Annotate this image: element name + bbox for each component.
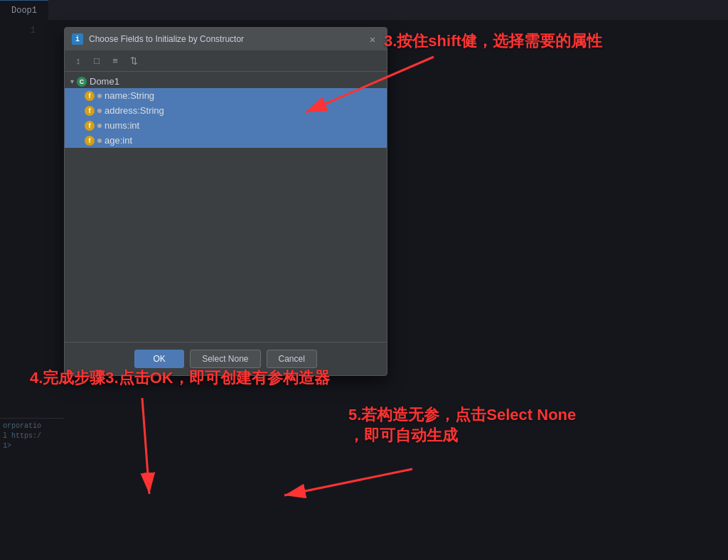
field-name-nums: nums:int [105, 120, 139, 131]
select-none-button[interactable]: Select None [190, 350, 260, 368]
cancel-button[interactable]: Cancel [267, 350, 317, 368]
field-dot-address [97, 109, 102, 113]
annotation-step3: 3.按住shift健，选择需要的属性 [384, 31, 602, 52]
checkbox-button[interactable]: □ [89, 53, 105, 69]
tree-root-node[interactable]: ▾ C Dome1 [65, 75, 387, 88]
tree-item-name[interactable]: f name:String [65, 88, 387, 103]
field-name-age: age:int [105, 135, 132, 146]
align-button[interactable]: ≡ [107, 53, 123, 69]
annotation-step5: 5.若构造无参，点击Select None ，即可自动生成 [348, 405, 576, 446]
field-name-name: name:String [105, 90, 154, 101]
class-name-label: Dome1 [90, 76, 119, 87]
tree-item-nums[interactable]: f nums:int [65, 118, 387, 133]
field-dot-name [97, 94, 102, 98]
field-icon-nums: f [85, 121, 95, 131]
dialog-toolbar: ↕ □ ≡ ⇅ [65, 50, 387, 72]
dialog-close-button[interactable]: ✕ [365, 32, 380, 46]
field-icon-age: f [85, 136, 95, 146]
dialog-app-icon: i [72, 33, 83, 45]
sort2-icon: ⇅ [130, 55, 138, 66]
field-dot-age [97, 139, 102, 143]
field-icon-name: f [85, 91, 95, 101]
choose-fields-dialog: i Choose Fields to Initialize by Constru… [64, 27, 387, 376]
fields-tree[interactable]: ▾ C Dome1 f name:String f address:String… [65, 72, 387, 342]
sort-icon: ↕ [76, 55, 81, 66]
align-icon: ≡ [112, 55, 118, 66]
tree-item-age[interactable]: f age:int [65, 133, 387, 148]
field-name-address: address:String [105, 105, 164, 116]
class-icon: C [77, 77, 87, 87]
sort-button[interactable]: ↕ [70, 53, 86, 69]
field-icon-address: f [85, 106, 95, 116]
dialog-title-text: Choose Fields to Initialize by Construct… [89, 34, 244, 44]
field-dot-nums [97, 124, 102, 128]
ok-button[interactable]: OK [134, 350, 184, 368]
tree-item-address[interactable]: f address:String [65, 103, 387, 118]
tree-chevron-icon: ▾ [70, 77, 74, 85]
checkbox-icon: □ [94, 55, 100, 66]
dialog-title-left: i Choose Fields to Initialize by Constru… [72, 33, 244, 45]
sort2-button[interactable]: ⇅ [126, 53, 141, 69]
annotation-step4: 4.完成步骤3.点击OK，即可创建有参构造器 [30, 368, 330, 389]
dialog-titlebar: i Choose Fields to Initialize by Constru… [65, 28, 387, 50]
